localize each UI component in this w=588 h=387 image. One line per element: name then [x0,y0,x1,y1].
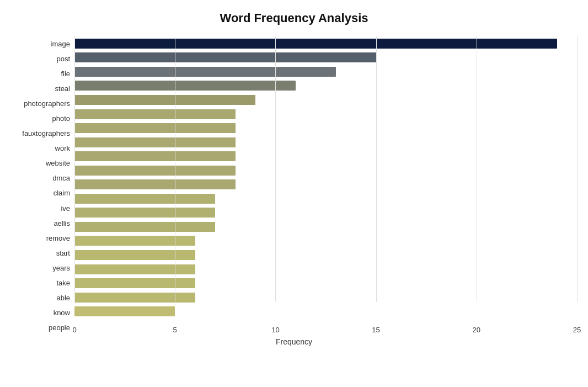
bar [74,222,215,232]
bar [74,179,236,189]
y-label: claim [11,188,70,198]
bar-row [74,249,577,261]
y-label: know [11,308,70,317]
chart-container: Word Frequency Analysis imagepostfileste… [0,0,588,387]
y-label: fauxtographers [11,129,70,139]
bar [74,250,195,260]
bar [74,293,195,303]
x-tick-label: 10 [271,326,279,334]
y-label: file [11,69,70,79]
y-label: people [11,322,70,332]
bar [74,236,195,246]
x-tick-label: 5 [173,326,177,334]
bars-wrapper [74,36,577,335]
y-label: aellis [11,218,70,228]
bar-row [74,263,577,275]
bar [74,194,215,204]
x-tick-label: 25 [573,326,581,334]
bars-and-grid: 0510152025 [74,36,577,335]
bar-row [74,277,577,289]
bar [74,278,195,288]
bar-row [74,150,577,162]
bar [74,166,236,176]
bar [74,151,236,161]
y-label: photographers [11,99,70,109]
bar-row [74,165,577,177]
chart-title: Word Frequency Analysis [11,11,577,25]
bar [74,67,336,77]
x-tick-label: 20 [473,326,480,334]
y-label: dmca [11,173,70,183]
bar [74,81,296,91]
y-label: post [11,54,70,63]
y-label: take [11,278,70,288]
y-label: remove [11,233,70,243]
bar [74,306,175,316]
bar [74,208,215,218]
x-axis-title: Frequency [11,337,577,346]
bar-row [74,122,577,134]
bar-row [74,136,577,148]
bar-row [74,94,577,106]
x-tick-label: 0 [72,326,76,334]
bar-row [74,305,577,317]
y-label: website [11,158,70,168]
x-axis-labels: 0510152025 [74,319,577,335]
bar-row [74,221,577,233]
y-label: ive [11,203,70,213]
bar [74,109,236,119]
bar [74,123,236,133]
bar-row [74,291,577,303]
y-labels: imagepostfilestealphotographersphotofaux… [11,36,74,335]
bar-row [74,178,577,190]
chart-area: imagepostfilestealphotographersphotofaux… [11,36,577,335]
bar-row [74,66,577,78]
bar-row [74,193,577,205]
grid-line [577,36,578,302]
bar-row [74,108,577,120]
bar-row [74,206,577,219]
y-label: start [11,248,70,258]
y-label: steal [11,84,70,94]
bar-row [74,38,577,50]
y-label: able [11,293,70,303]
bar-row [74,235,577,247]
y-label: photo [11,114,70,124]
y-label: work [11,144,70,153]
bar [74,95,255,105]
y-label: image [11,39,70,49]
y-label: years [11,263,70,273]
bar-row [74,79,577,92]
bar [74,52,376,62]
bar [74,264,195,274]
bar [74,137,236,147]
bar-row [74,51,577,63]
bar [74,39,557,49]
x-tick-label: 15 [372,326,379,334]
